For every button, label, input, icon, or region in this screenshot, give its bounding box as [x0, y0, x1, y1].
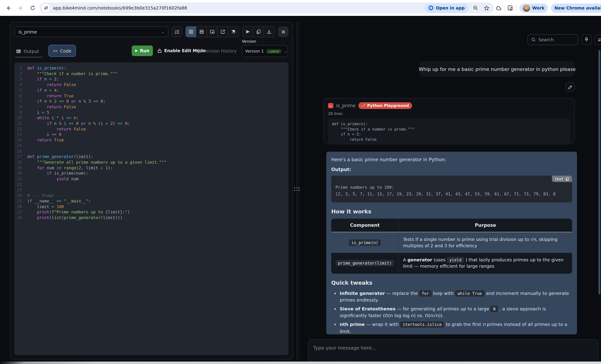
code-line: 4 return False	[14, 82, 289, 88]
file-selector[interactable]: is_prime ⌄	[14, 27, 169, 37]
update-chrome-button[interactable]: New Chrome available	[551, 3, 601, 12]
file-selector-value: is_prime	[18, 29, 37, 34]
code-line: 21 yield num	[14, 176, 289, 182]
pin-icon[interactable]	[581, 34, 592, 45]
table-row: is_prime(n) Tests if a single number is …	[331, 232, 572, 253]
copy-icon[interactable]	[253, 27, 264, 37]
table-header-component: Component	[331, 219, 399, 232]
run-button[interactable]: Run	[132, 46, 153, 56]
bookmark-star-icon[interactable]	[482, 5, 491, 11]
attachment-name: is_prime	[336, 103, 356, 108]
reload-icon[interactable]	[28, 3, 37, 13]
url-bar[interactable]: app.bike4mind.com/notebooks/699e3b0e315a…	[40, 2, 494, 13]
layout-toggle-group	[185, 26, 239, 37]
attachment-meta: 28 lines	[328, 111, 570, 116]
pin-off-icon[interactable]	[228, 27, 239, 37]
code-line: 17def prime_generator(limit):	[14, 154, 289, 160]
search-icon	[531, 37, 536, 42]
code-line: 5 if n < 4:	[14, 88, 289, 93]
download-icon[interactable]	[264, 27, 274, 37]
snake-icon	[361, 104, 365, 108]
profile-chip[interactable]: Work	[520, 3, 548, 12]
split-columns-icon[interactable]	[186, 27, 196, 37]
copy-icon	[565, 177, 569, 181]
edit-message-button[interactable]	[565, 82, 575, 92]
code-line: 24# --- Usage ---	[14, 193, 289, 198]
message-input-container: Type your message here... Claude 4.6 Opu…	[308, 339, 599, 364]
attachment-code-preview: def is_prime(n): """Check if a number is…	[328, 118, 570, 145]
code-line: 9 i = 5	[14, 110, 289, 115]
open-in-app-button[interactable]: Open in app	[425, 3, 468, 12]
code-line: 26 limit = 100	[14, 204, 289, 210]
search-input[interactable]: Search	[528, 34, 578, 45]
code-line: 25if __name__ == "__main__":	[14, 199, 289, 204]
how-it-works-table: Component Purpose is_prime(n) Tests if a…	[331, 219, 572, 274]
code-language-chip[interactable]: text	[552, 176, 572, 182]
forward-icon[interactable]	[16, 3, 25, 13]
extensions-icon[interactable]	[496, 5, 501, 11]
tweak-item: nth prime — wrap it with itertools.islic…	[340, 321, 572, 334]
chevron-down-icon: ⌄	[284, 49, 287, 53]
component-chip: is_prime(n)	[349, 239, 381, 246]
chat-scrollbar[interactable]	[599, 50, 600, 295]
how-it-works-heading: How it works	[331, 209, 572, 215]
code-toolbar: Output <> Code Run Enable Edit Mode Vers…	[14, 40, 289, 60]
attachment-header: >_ is_prime Python Playground	[328, 102, 570, 109]
code-line: 10 while i * i <= n:	[14, 115, 289, 121]
tab-output[interactable]: Output	[15, 46, 42, 57]
app-background: is_prime ⌄	[0, 16, 601, 364]
tab-search-icon[interactable]	[507, 5, 513, 11]
code-line: 23	[14, 187, 289, 193]
split-rows-icon[interactable]	[196, 27, 207, 37]
code-editor[interactable]: 1def is_prime(n):2 """Check if a number …	[14, 62, 289, 355]
numbered-list-icon[interactable]	[172, 27, 182, 37]
open-external-icon[interactable]	[218, 27, 228, 37]
terminal-icon	[16, 48, 21, 54]
picture-in-picture-icon[interactable]	[207, 27, 218, 37]
code-angle-icon: <>	[53, 48, 58, 53]
tweaks-list: Infinite generator — replace the for loo…	[340, 290, 572, 334]
attachment-card[interactable]: >_ is_prime Python Playground 28 lines d…	[323, 98, 575, 143]
close-icon[interactable]	[278, 27, 289, 37]
site-settings-icon[interactable]	[42, 4, 50, 12]
table-header-purpose: Purpose	[399, 219, 572, 232]
code-line: 18 """Generate all prime numbers up to a…	[14, 160, 289, 165]
code-line: 20 if is_prime(num):	[14, 171, 289, 176]
code-line: 14 return True	[14, 138, 289, 143]
swap-panels-icon[interactable]	[595, 34, 601, 45]
send-icon[interactable]	[243, 27, 253, 37]
url-text: app.bike4mind.com/notebooks/699e3b0e315a…	[53, 5, 422, 10]
version-history-button[interactable]: Version History	[196, 46, 237, 56]
table-row: prime_generator(limit) A generator (uses…	[331, 253, 572, 274]
avatar	[523, 4, 530, 11]
terminal-icon: >_	[328, 103, 333, 108]
code-line: 6 return True	[14, 93, 289, 99]
message-input[interactable]: Type your message here...	[313, 345, 593, 351]
code-line: 22	[14, 182, 289, 187]
purpose-cell: A generator (uses yield ) that lazily pr…	[399, 253, 572, 274]
quick-tweaks-heading: Quick tweaks	[331, 279, 572, 286]
output-lines: Prime numbers up to 100:[2, 3, 5, 7, 11,…	[335, 184, 568, 198]
code-lines: 1def is_prime(n):2 """Check if a number …	[14, 66, 289, 221]
code-line: 3 if n < 2:	[14, 77, 289, 82]
back-icon[interactable]	[3, 3, 13, 13]
output-heading: Output:	[331, 167, 572, 172]
purpose-cell: Tests if a single number is prime using …	[399, 232, 572, 253]
resize-grip-icon[interactable]	[294, 187, 300, 192]
component-chip: prime_generator(limit)	[335, 260, 394, 267]
window-bottom-edge	[0, 362, 601, 364]
history-icon	[196, 48, 201, 53]
code-line: 27 print(f"Prime numbers up to {limit}:"…	[14, 210, 289, 215]
lock-icon	[157, 48, 162, 53]
code-line: 11 if n % i == 0 or n % (i + 2) == 0:	[14, 121, 289, 126]
version-selector-group: Version Version 1 Latest ⌄	[242, 39, 288, 57]
code-line: 16	[14, 149, 289, 154]
screen: app.bike4mind.com/notebooks/699e3b0e315a…	[0, 0, 601, 364]
version-select[interactable]: Version 1 Latest ⌄	[242, 45, 288, 57]
code-line: 12 return False	[14, 126, 289, 132]
tab-code[interactable]: <> Code	[48, 45, 76, 57]
zoom-out-icon[interactable]	[471, 5, 480, 10]
editor-toolbar: is_prime ⌄	[14, 27, 289, 37]
assistant-message: Here's a basic prime number generator in…	[326, 152, 577, 334]
bike4mind-logo-icon	[428, 5, 434, 10]
